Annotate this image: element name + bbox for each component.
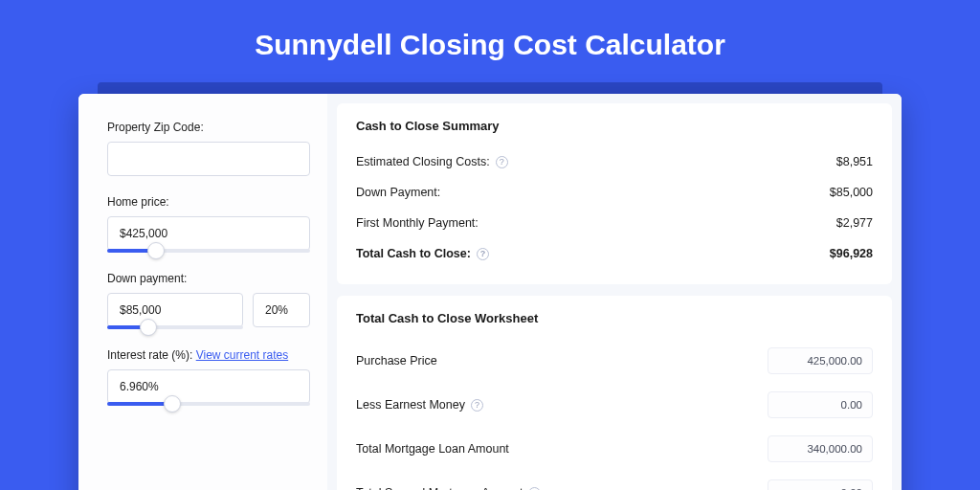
interest-rate-input[interactable] bbox=[107, 369, 310, 404]
zip-label: Property Zip Code: bbox=[107, 121, 310, 134]
worksheet-row: Total Second Mortgage Amount ? bbox=[356, 471, 873, 490]
summary-row-label: Down Payment: bbox=[356, 186, 440, 199]
worksheet-row: Less Earnest Money ? bbox=[356, 383, 873, 427]
help-icon[interactable]: ? bbox=[528, 487, 541, 491]
summary-panel: Cash to Close Summary Estimated Closing … bbox=[337, 103, 892, 284]
interest-rate-slider[interactable] bbox=[107, 402, 310, 406]
inputs-column: Property Zip Code: Home price: Down paym… bbox=[78, 94, 327, 490]
worksheet-row-input[interactable] bbox=[768, 479, 873, 490]
summary-row-value: $85,000 bbox=[830, 186, 873, 199]
home-price-label: Home price: bbox=[107, 195, 310, 209]
summary-row: First Monthly Payment: $2,977 bbox=[356, 208, 873, 238]
down-payment-input[interactable] bbox=[107, 293, 243, 327]
calculator-card: Property Zip Code: Home price: Down paym… bbox=[78, 94, 902, 490]
results-column: Cash to Close Summary Estimated Closing … bbox=[327, 94, 902, 490]
worksheet-row-label: Total Second Mortgage Amount bbox=[356, 486, 523, 490]
summary-row-value: $2,977 bbox=[836, 216, 873, 230]
interest-rate-slider-fill bbox=[107, 402, 172, 406]
help-icon[interactable]: ? bbox=[477, 248, 489, 260]
home-price-slider[interactable] bbox=[107, 249, 310, 253]
worksheet-row-label: Less Earnest Money bbox=[356, 398, 465, 412]
home-price-field: Home price: bbox=[107, 195, 310, 253]
worksheet-row-input[interactable] bbox=[768, 347, 873, 374]
home-price-slider-thumb[interactable] bbox=[147, 242, 165, 259]
worksheet-row: Total Mortgage Loan Amount bbox=[356, 427, 873, 471]
worksheet-heading: Total Cash to Close Worksheet bbox=[356, 311, 873, 325]
down-payment-label: Down payment: bbox=[107, 272, 310, 285]
summary-total-value: $96,928 bbox=[830, 247, 873, 260]
interest-rate-slider-thumb[interactable] bbox=[164, 395, 181, 412]
page-title: Sunnydell Closing Cost Calculator bbox=[0, 0, 980, 82]
down-payment-field: Down payment: bbox=[107, 272, 310, 329]
help-icon[interactable]: ? bbox=[496, 156, 508, 168]
summary-row: Estimated Closing Costs: ? $8,951 bbox=[356, 146, 873, 177]
summary-total-label: Total Cash to Close: bbox=[356, 247, 471, 260]
summary-row-value: $8,951 bbox=[836, 155, 873, 168]
summary-total-row: Total Cash to Close: ? $96,928 bbox=[356, 238, 873, 269]
down-payment-pct-input[interactable] bbox=[253, 293, 310, 327]
interest-rate-label: Interest rate (%): View current rates bbox=[107, 348, 310, 362]
zip-field: Property Zip Code: bbox=[107, 121, 310, 176]
summary-row: Down Payment: $85,000 bbox=[356, 177, 873, 208]
summary-row-label: Estimated Closing Costs: bbox=[356, 155, 490, 168]
down-payment-slider-thumb[interactable] bbox=[140, 319, 157, 336]
view-rates-link[interactable]: View current rates bbox=[196, 348, 289, 362]
worksheet-row-input[interactable] bbox=[768, 391, 873, 418]
help-icon[interactable]: ? bbox=[471, 399, 483, 412]
worksheet-row: Purchase Price bbox=[356, 339, 873, 383]
worksheet-row-input[interactable] bbox=[768, 435, 873, 462]
home-price-input[interactable] bbox=[107, 216, 310, 251]
zip-input[interactable] bbox=[107, 142, 310, 176]
interest-rate-label-text: Interest rate (%): bbox=[107, 348, 196, 362]
summary-row-label: First Monthly Payment: bbox=[356, 216, 479, 230]
worksheet-row-label: Total Mortgage Loan Amount bbox=[356, 442, 509, 456]
interest-rate-field: Interest rate (%): View current rates bbox=[107, 348, 310, 406]
worksheet-panel: Total Cash to Close Worksheet Purchase P… bbox=[337, 296, 892, 490]
worksheet-row-label: Purchase Price bbox=[356, 354, 437, 368]
down-payment-slider[interactable] bbox=[107, 325, 243, 329]
summary-heading: Cash to Close Summary bbox=[356, 119, 873, 133]
